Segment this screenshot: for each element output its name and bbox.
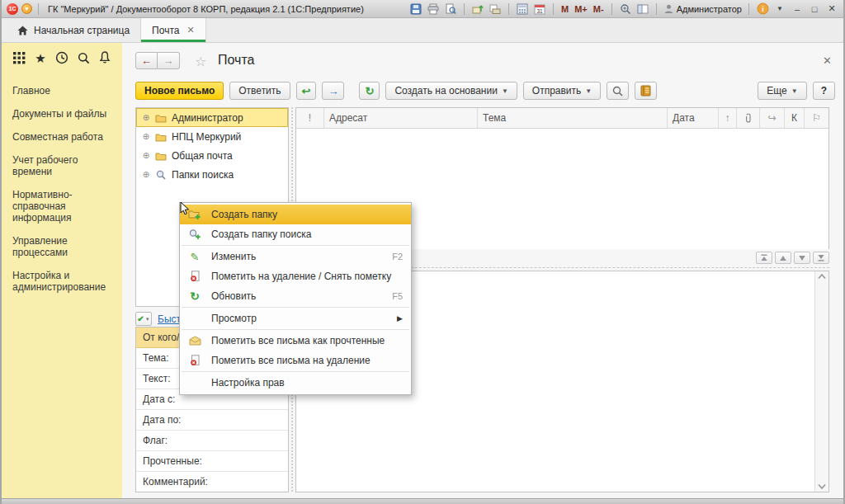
move-bottom-button[interactable]	[813, 252, 829, 264]
divider	[553, 3, 554, 15]
menu-item-create-search-folder[interactable]: Создать папку поиска	[180, 224, 411, 244]
filter-flag[interactable]: Флаг:	[136, 431, 288, 451]
help-button[interactable]: ?	[813, 82, 835, 100]
scroll-down-icon[interactable]	[817, 483, 827, 490]
expand-icon[interactable]: ⊕	[142, 170, 150, 179]
reply-button[interactable]: Ответить	[229, 82, 290, 100]
info-icon[interactable]: i	[756, 2, 769, 15]
folder-icon	[155, 132, 167, 142]
column-copy[interactable]: К	[785, 108, 805, 128]
memory-m-minus-button[interactable]: M-	[592, 4, 605, 14]
calculator-icon[interactable]	[516, 2, 529, 15]
tab-bar: Начальная страница Почта ✕	[2, 18, 843, 43]
more-label: Еще	[767, 85, 786, 97]
chevron-down-icon[interactable]: ▼	[773, 5, 786, 12]
favorites-star-icon[interactable]: ★	[35, 52, 45, 64]
column-importance[interactable]: !	[296, 108, 324, 128]
folder-row-shared-mail[interactable]: ⊕ Общая почта	[136, 146, 288, 165]
column-subject[interactable]: Тема	[478, 108, 668, 128]
column-attachment[interactable]	[737, 108, 760, 128]
search-letters-button[interactable]	[607, 82, 629, 100]
sidebar-item-process-management[interactable]: Управление процессами	[2, 229, 122, 264]
save-icon[interactable]	[409, 2, 422, 15]
menu-shortcut: F5	[392, 291, 403, 301]
minimize-button[interactable]: –	[791, 4, 804, 14]
split-view-icon[interactable]	[636, 2, 649, 15]
menu-item-mark-all-deletion[interactable]: Пометить все письма на удаление	[180, 351, 411, 370]
new-letter-button[interactable]: Новое письмо	[135, 82, 224, 100]
menu-item-label: Пометить все письма на удаление	[211, 355, 403, 366]
tab-home[interactable]: Начальная страница	[7, 18, 141, 42]
memory-m-button[interactable]: M	[560, 4, 569, 14]
refresh-button[interactable]: ↻	[359, 82, 380, 100]
memory-m-plus-button[interactable]: M+	[574, 4, 588, 14]
calendar-icon[interactable]: 31	[533, 2, 546, 15]
column-addressee[interactable]: Адресат	[324, 108, 478, 128]
move-up-button[interactable]	[775, 252, 791, 264]
column-flag[interactable]: ⚐	[805, 108, 828, 128]
preview-scrollbar[interactable]	[814, 271, 828, 492]
notifications-bell-icon[interactable]	[99, 51, 111, 64]
folder-context-menu: Создать папку Создать папку поиска ✎ Изм…	[179, 202, 412, 395]
menu-item-create-folder[interactable]: Создать папку	[180, 205, 411, 224]
move-top-button[interactable]	[756, 252, 772, 264]
1c-logo-icon[interactable]: 1С	[7, 3, 18, 15]
sidebar-item-main[interactable]: Главное	[2, 79, 122, 102]
receive-mail-icon[interactable]	[489, 2, 502, 15]
history-clock-icon[interactable]	[55, 51, 68, 64]
send-button[interactable]: Отправить ▼	[523, 82, 601, 100]
sidebar-item-documents-files[interactable]: Документы и файлы	[2, 102, 122, 125]
move-down-button[interactable]	[794, 252, 810, 264]
expand-icon[interactable]: ⊕	[142, 113, 150, 122]
menu-item-refresh[interactable]: ↻ Обновить F5	[180, 286, 411, 306]
tab-mail[interactable]: Почта ✕	[141, 18, 206, 42]
menu-item-mark-deletion[interactable]: Пометить на удаление / Снять пометку	[180, 266, 411, 286]
system-menu-icon[interactable]: ▼	[21, 3, 32, 14]
sort-ascending-icon[interactable]: ↑	[719, 108, 737, 128]
menu-item-rights-setup[interactable]: Настройка прав	[180, 373, 411, 393]
folder-row-search-folders[interactable]: ⊕ Папки поиска	[136, 165, 288, 184]
favorite-star-icon[interactable]: ☆	[195, 54, 206, 69]
sidebar-item-reference-info[interactable]: Нормативно-справочная информация	[2, 183, 122, 229]
filter-read[interactable]: Прочтенные:	[136, 451, 288, 472]
menu-item-mark-all-read[interactable]: Пометить все письма как прочтенные	[180, 331, 411, 351]
sidebar-item-settings-administration[interactable]: Настройка и администрирование	[2, 264, 122, 299]
reply-all-button[interactable]: ↩	[296, 82, 317, 100]
close-form-icon[interactable]: ✕	[823, 54, 832, 67]
sidebar-item-time-tracking[interactable]: Учет рабочего времени	[2, 148, 122, 183]
menu-item-edit[interactable]: ✎ Изменить F2	[180, 247, 411, 266]
tab-close-icon[interactable]: ✕	[186, 25, 194, 35]
menu-item-label: Изменить	[211, 251, 392, 262]
history-nav: ← →	[135, 52, 180, 69]
more-button[interactable]: Еще ▼	[758, 82, 806, 100]
sidebar-item-collaboration[interactable]: Совместная работа	[2, 125, 122, 148]
column-date[interactable]: Дата	[668, 108, 719, 128]
menu-item-view[interactable]: Просмотр ▶	[180, 309, 411, 328]
expand-icon[interactable]: ⊕	[142, 132, 150, 141]
column-reply-status[interactable]: ↪	[760, 108, 785, 128]
quick-filters-toggle[interactable]: ✔ ▼	[135, 312, 152, 326]
create-based-on-button[interactable]: Создать на основании ▼	[385, 82, 517, 100]
forward-letter-button[interactable]: →	[322, 82, 344, 100]
print-preview-icon[interactable]	[444, 2, 457, 15]
refresh-icon: ↻	[187, 290, 202, 303]
close-window-button[interactable]: ✕	[825, 3, 838, 14]
menu-grid-icon[interactable]	[13, 52, 26, 64]
maximize-button[interactable]: □	[808, 4, 821, 14]
forward-button[interactable]: →	[158, 52, 180, 69]
filter-date-to[interactable]: Дата по:	[136, 410, 288, 431]
back-button[interactable]: ←	[135, 52, 158, 69]
folder-row-administrator[interactable]: ⊕ Администратор	[136, 108, 288, 127]
filter-comment[interactable]: Комментарий:	[136, 472, 288, 492]
zoom-icon[interactable]	[619, 2, 632, 15]
mark-deletion-icon	[187, 355, 202, 366]
scroll-up-icon[interactable]	[817, 273, 827, 280]
address-book-button[interactable]	[635, 82, 657, 100]
current-user[interactable]: Администратор	[663, 3, 742, 14]
search-icon[interactable]	[78, 52, 90, 64]
reply-all-icon: ↩	[302, 85, 311, 97]
folder-row-npc-mercury[interactable]: ⊕ НПЦ Меркурий	[136, 127, 288, 146]
send-mail-icon[interactable]	[471, 2, 484, 15]
expand-icon[interactable]: ⊕	[142, 151, 150, 160]
print-icon[interactable]	[427, 2, 440, 15]
